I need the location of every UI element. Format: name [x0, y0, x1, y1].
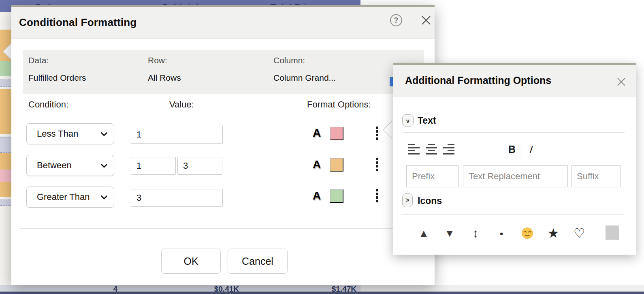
footer-separator [20, 228, 426, 229]
align-left-icon[interactable] [408, 144, 420, 155]
data-label: Data: [28, 56, 49, 65]
text-replacement-input[interactable] [463, 165, 568, 187]
popup-title: Additional Formatting Options [405, 75, 551, 86]
cancel-button[interactable]: Cancel [228, 249, 288, 274]
column-label: Column: [273, 56, 305, 65]
popup-close-icon[interactable] [615, 75, 628, 88]
conditional-formatting-dialog: Conditional Formatting ? Data: Fulfilled… [11, 5, 435, 285]
font-color-button-row1[interactable]: A [310, 127, 324, 139]
selection-info-strip: Data: Fulfilled Orders Row: All Rows Col… [23, 50, 424, 94]
up-down-arrow-icon[interactable]: ↕ [467, 224, 484, 242]
row-label: Row: [148, 56, 167, 65]
fill-color-swatch-row2[interactable] [330, 158, 343, 172]
background-bottom-bar [0, 292, 644, 294]
text-section-toggle[interactable]: v [402, 114, 414, 127]
condition-header: Condition: [28, 99, 68, 110]
dialog-header: Conditional Formatting ? [11, 7, 435, 39]
hidden-blue-link [390, 77, 393, 86]
dialog-title: Conditional Formatting [19, 16, 136, 29]
fill-color-swatch-row1[interactable] [330, 127, 343, 140]
more-options-kebab-row2[interactable] [376, 158, 378, 172]
popup-header: Additional Formatting Options [393, 65, 636, 97]
heart-icon[interactable]: ♡ [570, 224, 588, 242]
down-triangle-icon[interactable]: ▼ [441, 224, 458, 242]
format-options-header: Format Options: [307, 99, 371, 110]
more-options-kebab-row3[interactable] [376, 189, 378, 204]
background-table-footer-row: 4 $0.41K $1.47K [0, 285, 360, 292]
row-value: All Rows [148, 73, 181, 83]
bold-button[interactable]: B [508, 144, 516, 155]
up-triangle-icon[interactable]: ▲ [415, 224, 433, 242]
chevron-down-icon [101, 132, 107, 136]
background-footer-right [361, 285, 644, 292]
relieved-emoji-icon[interactable] [518, 224, 536, 242]
star-icon[interactable]: ★ [544, 224, 562, 242]
help-icon[interactable]: ? [390, 14, 402, 26]
icons-section-divider [402, 214, 625, 215]
chevron-down-icon [101, 195, 107, 200]
ok-button[interactable]: OK [161, 249, 221, 274]
chevron-down-icon [101, 164, 107, 168]
suffix-input[interactable] [571, 165, 621, 187]
dialog-close-icon[interactable] [420, 14, 433, 27]
color-swatch-icon[interactable] [606, 225, 619, 240]
icons-section-toggle[interactable]: > [402, 193, 413, 207]
column-value: Column Grand... [273, 73, 336, 83]
prefix-input[interactable] [406, 165, 459, 187]
text-section-label: Text [418, 115, 436, 126]
icons-section-label: Icons [418, 195, 442, 206]
bold-italic-divider [522, 142, 522, 159]
text-section-divider [402, 132, 625, 133]
data-value: Fulfilled Orders [28, 73, 86, 83]
align-center-icon[interactable] [426, 144, 437, 155]
italic-button[interactable]: I [529, 144, 533, 155]
condition-select-row1[interactable]: Less Than [26, 123, 114, 144]
dot-icon[interactable]: ● [493, 224, 510, 242]
align-right-icon[interactable] [443, 144, 454, 155]
fill-color-swatch-row3[interactable] [330, 189, 343, 203]
condition-select-row2[interactable]: Between [26, 155, 114, 176]
font-color-button-row3[interactable]: A [310, 189, 324, 202]
additional-formatting-popup: Additional Formatting Options v Text B I… [393, 63, 636, 255]
value-header: Value: [169, 99, 194, 110]
value-min-input-row2[interactable] [131, 157, 176, 175]
value-max-input-row2[interactable] [177, 157, 222, 175]
more-options-kebab-row1[interactable] [376, 127, 378, 141]
value-input-row1[interactable] [131, 126, 223, 144]
font-color-button-row2[interactable]: A [310, 158, 324, 171]
value-input-row3[interactable] [131, 189, 223, 207]
condition-select-row3[interactable]: Greater Than [26, 187, 114, 208]
